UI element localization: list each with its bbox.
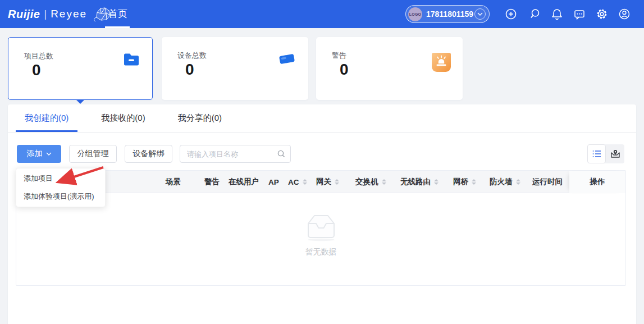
user-icon[interactable] xyxy=(618,7,631,21)
stat-label: 设备总数 xyxy=(177,51,207,61)
account-logo-badge: LOGO xyxy=(408,7,422,21)
list-icon xyxy=(592,150,601,158)
col-wireless-router[interactable]: 无线路由 xyxy=(400,171,439,193)
alarm-icon xyxy=(431,52,451,74)
project-tabs: 我创建的(0) 我接收的(0) 我分享的(0) xyxy=(8,104,636,133)
col-ap[interactable]: AP xyxy=(268,171,279,193)
stat-value: 0 xyxy=(340,61,349,79)
col-firewall[interactable]: 防火墙 xyxy=(490,171,520,193)
bell-icon[interactable] xyxy=(550,7,564,21)
stat-card-alerts[interactable]: 警告 0 xyxy=(316,37,463,100)
stat-value: 0 xyxy=(185,61,194,79)
project-table: 场景 警告 在线用户 AP AC 网关 交换机 无线路由 网桥 防火墙 运行时间… xyxy=(16,170,626,286)
nav-item-home[interactable]: 首页 xyxy=(108,0,127,28)
sort-icon[interactable] xyxy=(335,179,339,185)
brand-secondary-text: Reyee xyxy=(51,8,87,20)
empty-state: 暂无数据 xyxy=(16,211,625,257)
chevron-down-icon xyxy=(46,152,52,156)
menu-item-add-demo-project[interactable]: 添加体验项目(演示用) xyxy=(16,188,105,206)
map-view-button[interactable] xyxy=(606,144,624,163)
col-uptime[interactable]: 运行时间 xyxy=(532,171,563,193)
empty-state-text: 暂无数据 xyxy=(305,247,337,257)
list-view-button[interactable] xyxy=(587,144,606,163)
sort-icon[interactable] xyxy=(434,179,439,185)
col-switch[interactable]: 交换机 xyxy=(355,171,386,193)
col-online-users[interactable]: 在线用户 xyxy=(229,171,259,193)
sort-icon[interactable] xyxy=(303,179,307,185)
tab-shared-by-me[interactable]: 我分享的(0) xyxy=(169,104,231,132)
gear-icon[interactable] xyxy=(595,7,609,21)
account-selector[interactable]: LOGO 17811801159 xyxy=(405,5,490,23)
table-header-row: 场景 警告 在线用户 AP AC 网关 交换机 无线路由 网桥 防火墙 运行时间… xyxy=(16,171,625,193)
empty-box-icon xyxy=(301,211,341,241)
folder-icon xyxy=(123,52,140,69)
col-bridge[interactable]: 网桥 xyxy=(453,171,476,193)
project-search xyxy=(180,145,291,163)
project-search-input[interactable] xyxy=(180,145,291,163)
device-icon xyxy=(278,52,296,69)
add-dropdown-menu: 添加项目 添加体验项目(演示用) xyxy=(16,168,106,207)
add-circle-icon[interactable] xyxy=(504,7,518,21)
search-icon[interactable] xyxy=(528,7,541,21)
stat-label: 警告 xyxy=(332,51,346,61)
menu-item-add-project[interactable]: 添加项目 xyxy=(16,170,105,188)
tab-received-by-me[interactable]: 我接收的(0) xyxy=(92,104,154,132)
tab-created-by-me[interactable]: 我创建的(0) xyxy=(16,104,77,132)
col-action: 操作 xyxy=(569,171,625,193)
sort-icon[interactable] xyxy=(382,179,386,185)
map-pin-icon xyxy=(610,149,620,158)
device-unbind-button[interactable]: 设备解绑 xyxy=(125,145,172,163)
stat-card-total-devices[interactable]: 设备总数 0 xyxy=(162,37,308,100)
view-toggle xyxy=(587,144,624,163)
col-gateway[interactable]: 网关 xyxy=(316,171,339,193)
stat-card-total-projects[interactable]: 项目总数 0 xyxy=(8,37,153,100)
add-button[interactable]: 添加 xyxy=(17,145,61,163)
top-header: Ruijie | Reyee 首页 LOGO 17811801159 xyxy=(0,0,644,28)
stat-value: 0 xyxy=(32,61,41,79)
brand-primary-text: Ruijie xyxy=(8,8,40,21)
stat-label: 项目总数 xyxy=(24,51,53,61)
brand-logo[interactable]: Ruijie | Reyee xyxy=(8,0,112,28)
chevron-down-icon xyxy=(474,8,486,20)
main-panel: 我创建的(0) 我接收的(0) 我分享的(0) 添加 分组管理 设备解绑 场景 xyxy=(8,104,636,324)
account-number: 17811801159 xyxy=(426,10,474,19)
col-scene[interactable]: 场景 xyxy=(166,171,181,193)
sort-icon[interactable] xyxy=(516,179,520,185)
search-icon[interactable] xyxy=(277,149,286,158)
group-manage-button[interactable]: 分组管理 xyxy=(69,145,117,163)
selected-card-caret xyxy=(76,99,85,104)
brand-divider: | xyxy=(44,8,47,20)
message-icon[interactable] xyxy=(573,7,586,21)
col-ac[interactable]: AC xyxy=(288,171,307,193)
col-alerts[interactable]: 警告 xyxy=(204,171,220,193)
sort-icon[interactable] xyxy=(472,179,476,185)
nav-active-underline xyxy=(105,26,130,28)
